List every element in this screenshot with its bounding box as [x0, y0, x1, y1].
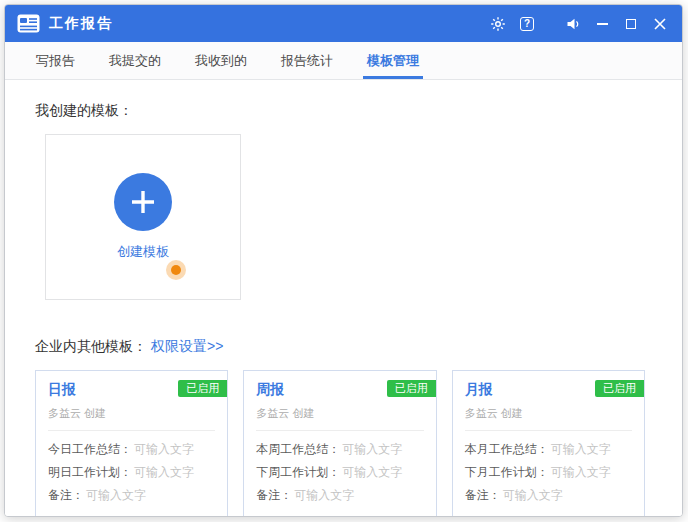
- speaker-mute-icon[interactable]: [563, 14, 583, 34]
- field-placeholder: 可输入文字: [503, 488, 563, 502]
- card-title: 月报: [465, 381, 493, 399]
- report-app-icon: [17, 14, 40, 33]
- help-glyph: ?: [520, 17, 534, 31]
- field-placeholder: 可输入文字: [342, 442, 402, 456]
- card-fields: 本周工作总结：可输入文字 下周工作计划：可输入文字 备注：可输入文字: [244, 431, 435, 507]
- field-placeholder: 可输入文字: [134, 442, 194, 456]
- field-row: 备注：可输入文字: [256, 484, 423, 507]
- maximize-icon[interactable]: [621, 14, 641, 34]
- template-management-panel: 我创建的模板： 创建模板 企业内其他模板： 权限设置>> 日报 已启用 多益云 …: [5, 80, 682, 517]
- field-row: 本月工作总结：可输入文字: [465, 438, 632, 461]
- tab-template-management[interactable]: 模板管理: [350, 42, 436, 79]
- permission-settings-link[interactable]: 权限设置>>: [151, 338, 223, 356]
- card-fields: 今日工作总结：可输入文字 明日工作计划：可输入文字 备注：可输入文字: [36, 431, 227, 507]
- enabled-badge: 已启用: [387, 380, 436, 397]
- card-creator: 多益云 创建: [256, 406, 423, 431]
- field-label: 本周工作总结：: [256, 442, 340, 456]
- field-row: 备注：可输入文字: [465, 484, 632, 507]
- field-label: 备注：: [48, 488, 84, 502]
- titlebar: 工作报告 ?: [5, 5, 682, 42]
- help-icon[interactable]: ?: [517, 14, 537, 34]
- window-title: 工作报告: [49, 15, 113, 33]
- tab-write-report[interactable]: 写报告: [19, 42, 92, 79]
- create-template-label: 创建模板: [117, 243, 169, 261]
- field-label: 今日工作总结：: [48, 442, 132, 456]
- enabled-badge: 已启用: [178, 380, 227, 397]
- field-placeholder: 可输入文字: [551, 465, 611, 479]
- field-row: 下周工作计划：可输入文字: [256, 461, 423, 484]
- field-placeholder: 可输入文字: [86, 488, 146, 502]
- my-templates-heading: 我创建的模板：: [35, 102, 660, 120]
- field-placeholder: 可输入文字: [342, 465, 402, 479]
- tab-my-received[interactable]: 我收到的: [178, 42, 264, 79]
- field-placeholder: 可输入文字: [294, 488, 354, 502]
- field-label: 明日工作计划：: [48, 465, 132, 479]
- titlebar-controls: ?: [479, 14, 670, 34]
- template-card-daily[interactable]: 日报 已启用 多益云 创建 今日工作总结：可输入文字 明日工作计划：可输入文字 …: [35, 370, 228, 517]
- field-label: 下周工作计划：: [256, 465, 340, 479]
- field-label: 备注：: [256, 488, 292, 502]
- field-placeholder: 可输入文字: [551, 442, 611, 456]
- close-icon[interactable]: [650, 14, 670, 34]
- template-card-weekly[interactable]: 周报 已启用 多益云 创建 本周工作总结：可输入文字 下周工作计划：可输入文字 …: [243, 370, 436, 517]
- tab-report-statistics[interactable]: 报告统计: [264, 42, 350, 79]
- field-label: 下月工作计划：: [465, 465, 549, 479]
- card-fields: 本月工作总结：可输入文字 下月工作计划：可输入文字 备注：可输入文字: [453, 431, 644, 507]
- minimize-icon[interactable]: [592, 14, 612, 34]
- card-title: 周报: [256, 381, 284, 399]
- template-card-monthly[interactable]: 月报 已启用 多益云 创建 本月工作总结：可输入文字 下月工作计划：可输入文字 …: [452, 370, 645, 517]
- other-templates-header: 企业内其他模板： 权限设置>>: [35, 338, 660, 356]
- field-row: 备注：可输入文字: [48, 484, 215, 507]
- notification-dot: [166, 260, 186, 280]
- other-templates-heading: 企业内其他模板：: [35, 338, 147, 356]
- template-cards-row: 日报 已启用 多益云 创建 今日工作总结：可输入文字 明日工作计划：可输入文字 …: [35, 370, 660, 517]
- card-creator: 多益云 创建: [48, 406, 215, 431]
- field-row: 本周工作总结：可输入文字: [256, 438, 423, 461]
- field-row: 明日工作计划：可输入文字: [48, 461, 215, 484]
- field-row: 下月工作计划：可输入文字: [465, 461, 632, 484]
- field-label: 备注：: [465, 488, 501, 502]
- field-row: 今日工作总结：可输入文字: [48, 438, 215, 461]
- plus-icon[interactable]: [114, 173, 172, 231]
- create-template-card[interactable]: 创建模板: [45, 134, 241, 300]
- enabled-badge: 已启用: [595, 380, 644, 397]
- tab-my-submitted[interactable]: 我提交的: [92, 42, 178, 79]
- card-creator: 多益云 创建: [465, 406, 632, 431]
- tab-bar: 写报告 我提交的 我收到的 报告统计 模板管理: [5, 42, 682, 80]
- field-placeholder: 可输入文字: [134, 465, 194, 479]
- settings-gear-icon[interactable]: [488, 14, 508, 34]
- field-label: 本月工作总结：: [465, 442, 549, 456]
- app-window: 工作报告 ?: [4, 4, 683, 517]
- card-title: 日报: [48, 381, 76, 399]
